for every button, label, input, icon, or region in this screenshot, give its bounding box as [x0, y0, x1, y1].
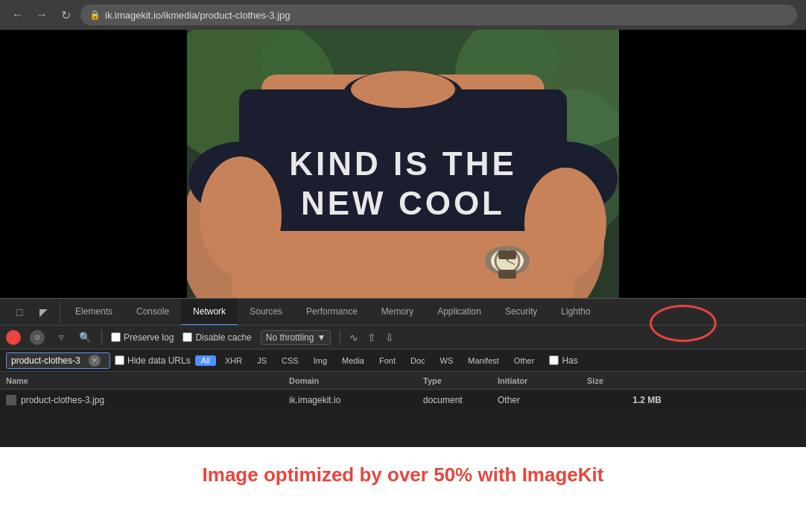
cell-type: document: [423, 395, 498, 405]
filter-pill-media[interactable]: Media: [336, 355, 370, 366]
cell-domain: ik.imagekit.io: [289, 395, 423, 405]
hide-data-urls-checkbox[interactable]: Hide data URLs: [115, 355, 191, 366]
address-bar[interactable]: 🔒 ik.imagekit.io/ikmedia/product-clothes…: [80, 4, 797, 25]
cell-initiator: Other: [498, 395, 587, 405]
col-header-domain[interactable]: Domain: [289, 376, 423, 385]
back-button[interactable]: ←: [9, 6, 27, 24]
filter-pill-ws[interactable]: WS: [434, 355, 460, 366]
filter-pill-js[interactable]: JS: [251, 355, 273, 366]
filter-icon-button[interactable]: ▿: [54, 330, 69, 345]
devtools-panel: □ ◤ Elements Console Network Sources Per…: [0, 298, 806, 447]
record-button[interactable]: [6, 330, 21, 345]
filter-pill-all[interactable]: All: [195, 355, 216, 366]
col-header-initiator[interactable]: Initiator: [498, 376, 587, 385]
search-icon-button[interactable]: 🔍: [77, 330, 92, 345]
col-header-type[interactable]: Type: [423, 376, 498, 385]
page-content: KIND IS THE NEW COOL: [0, 30, 806, 298]
table-row[interactable]: product-clothes-3.jpg ik.imagekit.io doc…: [0, 390, 806, 411]
filter-pills-group: All XHR JS CSS Img Media Font Doc WS Man…: [195, 355, 578, 366]
col-header-name[interactable]: Name: [6, 376, 289, 385]
separator-1: [101, 330, 102, 345]
hide-data-urls-input[interactable]: [115, 355, 124, 365]
svg-text:NEW COOL: NEW COOL: [301, 185, 505, 221]
disable-cache-input[interactable]: [183, 332, 192, 342]
col-header-size[interactable]: Size: [587, 376, 661, 385]
search-input-wrapper[interactable]: ✕: [6, 352, 110, 369]
clear-search-button[interactable]: ✕: [89, 355, 101, 367]
preserve-log-checkbox[interactable]: Preserve log: [111, 332, 174, 343]
upload-icon[interactable]: ⇧: [367, 332, 376, 343]
has-filter-input[interactable]: [549, 355, 559, 365]
devtools-icons-group: □ ◤: [3, 302, 60, 323]
filter-pill-font[interactable]: Font: [373, 355, 402, 366]
wifi-icon[interactable]: ∿: [349, 332, 358, 343]
file-icon: [6, 395, 16, 405]
has-filter-checkbox[interactable]: Has: [549, 355, 577, 366]
devtools-tabs-bar: □ ◤ Elements Console Network Sources Per…: [0, 299, 806, 326]
throttle-select[interactable]: No throttling ▼: [261, 330, 331, 345]
tab-performance[interactable]: Performance: [294, 299, 369, 326]
filter-pill-doc[interactable]: Doc: [404, 355, 431, 366]
tab-security[interactable]: Security: [493, 299, 549, 326]
caption-section: Image optimized by over 50% with ImageKi…: [0, 447, 806, 502]
forward-button[interactable]: →: [33, 6, 51, 24]
download-icon[interactable]: ⇩: [385, 332, 394, 343]
filter-pill-img[interactable]: Img: [308, 355, 333, 366]
filter-pill-css[interactable]: CSS: [276, 355, 305, 366]
inspector-icon[interactable]: □: [9, 302, 30, 323]
table-header: Name Domain Type Initiator Size: [0, 372, 806, 390]
browser-chrome: ← → ↻ 🔒 ik.imagekit.io/ikmedia/product-c…: [0, 0, 806, 30]
tab-network[interactable]: Network: [181, 299, 238, 326]
caption-text: Image optimized by over 50% with ImageKi…: [203, 463, 604, 487]
disable-cache-checkbox[interactable]: Disable cache: [183, 332, 251, 343]
filter-pill-manifest[interactable]: Manifest: [462, 355, 505, 366]
network-table: Name Domain Type Initiator Size product-…: [0, 372, 806, 447]
refresh-button[interactable]: ↻: [57, 6, 74, 24]
network-toolbar: ⊘ ▿ 🔍 Preserve log Disable cache No thro…: [0, 326, 806, 349]
svg-point-11: [351, 71, 455, 108]
svg-text:KIND IS THE: KIND IS THE: [289, 145, 517, 182]
search-input[interactable]: [11, 355, 86, 366]
device-icon[interactable]: ◤: [33, 302, 54, 323]
url-text: ik.imagekit.io/ikmedia/product-clothes-3…: [105, 10, 291, 21]
lock-icon: 🔒: [89, 10, 101, 20]
separator-2: [340, 330, 340, 345]
preserve-log-input[interactable]: [111, 332, 121, 342]
cell-name: product-clothes-3.jpg: [6, 395, 289, 405]
cell-size: 1.2 MB: [587, 395, 661, 405]
product-image: KIND IS THE NEW COOL: [187, 30, 619, 298]
filter-pill-xhr[interactable]: XHR: [219, 355, 248, 366]
filter-pill-other[interactable]: Other: [508, 355, 541, 366]
network-filter-bar: ✕ Hide data URLs All XHR JS CSS Img Medi…: [0, 349, 806, 372]
tab-lighthouse[interactable]: Lightho: [549, 299, 602, 326]
tab-elements[interactable]: Elements: [63, 299, 124, 326]
svg-rect-25: [498, 250, 516, 259]
tab-sources[interactable]: Sources: [238, 299, 294, 326]
throttle-chevron-icon: ▼: [317, 332, 326, 343]
svg-rect-24: [498, 270, 516, 279]
stop-button[interactable]: ⊘: [30, 330, 45, 345]
tab-console[interactable]: Console: [124, 299, 181, 326]
tab-application[interactable]: Application: [425, 299, 493, 326]
tab-memory[interactable]: Memory: [369, 299, 425, 326]
